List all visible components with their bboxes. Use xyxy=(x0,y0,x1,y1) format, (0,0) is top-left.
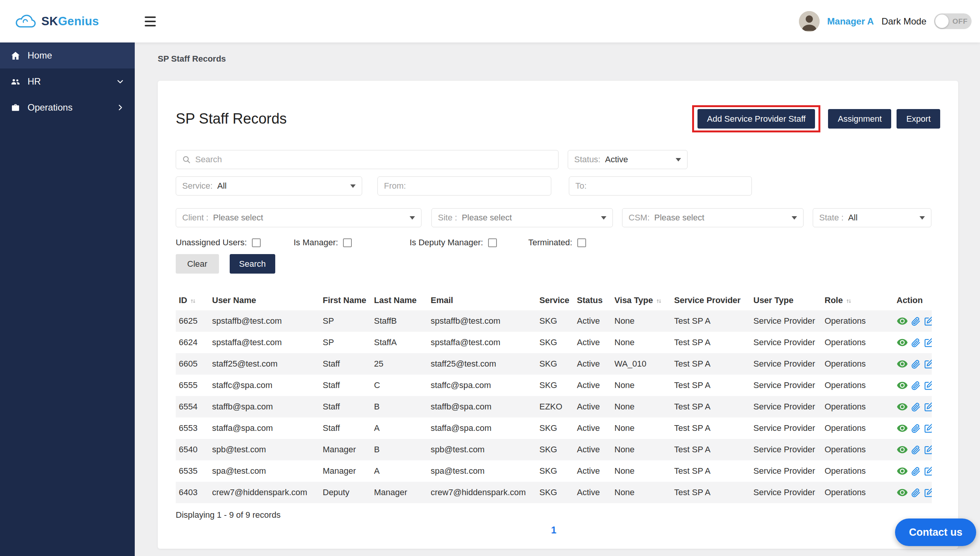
page-number[interactable]: 1 xyxy=(551,525,557,535)
terminated-label: Terminated: xyxy=(528,238,572,248)
cell-actions xyxy=(893,417,932,439)
dark-mode-toggle[interactable]: OFF xyxy=(934,13,972,29)
attachment-icon[interactable] xyxy=(911,488,921,498)
cell-id: 6554 xyxy=(176,396,209,417)
cell-first-name: Deputy xyxy=(320,482,371,503)
column-header-action: Action xyxy=(893,290,932,310)
edit-icon[interactable] xyxy=(924,423,932,434)
client-select[interactable]: Client : Please select xyxy=(176,208,421,227)
cell-service-provider: Test SP A xyxy=(671,482,750,503)
column-header-visa-type[interactable]: Visa Type xyxy=(611,290,671,310)
column-header-user-type: User Type xyxy=(750,290,822,310)
cloud-logo-icon xyxy=(15,14,37,29)
column-header-role[interactable]: Role xyxy=(822,290,893,310)
sort-arrows-icon[interactable] xyxy=(845,298,852,305)
view-icon[interactable] xyxy=(897,422,908,434)
cell-user-name: spb@test.com xyxy=(209,439,320,460)
cell-actions xyxy=(893,310,932,332)
terminated-checkbox[interactable] xyxy=(577,238,586,247)
cell-service-provider: Test SP A xyxy=(671,417,750,439)
cell-user-name: staff25@test.com xyxy=(209,353,320,375)
cell-user-name: staffb@spa.com xyxy=(209,396,320,417)
cell-last-name: StaffB xyxy=(371,310,428,332)
attachment-icon[interactable] xyxy=(911,338,921,348)
header-buttons: Add Service Provider Staff Assignment Ex… xyxy=(692,105,940,132)
column-header-user-name: User Name xyxy=(209,290,320,310)
csm-select-value: Please select xyxy=(654,213,704,223)
is-manager-checkbox[interactable] xyxy=(343,238,352,247)
sidebar-item-home[interactable]: Home xyxy=(0,42,135,68)
unassigned-users-checkbox[interactable] xyxy=(252,238,261,247)
edit-icon[interactable] xyxy=(924,488,932,498)
search-input[interactable] xyxy=(195,155,552,165)
attachment-icon[interactable] xyxy=(911,359,921,369)
cell-email: spstaffb@test.com xyxy=(428,310,536,332)
view-icon[interactable] xyxy=(897,380,908,391)
cell-actions xyxy=(893,375,932,396)
to-date-input[interactable] xyxy=(569,176,752,196)
status-select[interactable]: Status: Active xyxy=(568,150,688,169)
view-icon[interactable] xyxy=(897,465,908,477)
cell-last-name: Manager xyxy=(371,482,428,503)
cell-visa-type: None xyxy=(611,332,671,353)
edit-icon[interactable] xyxy=(924,466,932,476)
cell-role: Operations xyxy=(822,310,893,332)
edit-icon[interactable] xyxy=(924,316,932,326)
search-button[interactable]: Search xyxy=(230,254,276,274)
sidebar-item-operations[interactable]: Operations xyxy=(0,95,135,121)
cell-email: staff25@test.com xyxy=(428,353,536,375)
attachment-icon[interactable] xyxy=(911,423,921,434)
cell-status: Active xyxy=(574,439,611,460)
unassigned-users-filter: Unassigned Users: xyxy=(176,238,294,248)
from-date-input[interactable] xyxy=(377,176,551,196)
attachment-icon[interactable] xyxy=(911,445,921,455)
brand-logo[interactable]: SKGenius xyxy=(0,14,121,29)
is-deputy-manager-filter: Is Deputy Manager: xyxy=(410,238,528,248)
column-header-id[interactable]: ID xyxy=(176,290,209,310)
sidebar-item-hr[interactable]: HR xyxy=(0,68,135,95)
cell-user-name: staffa@spa.com xyxy=(209,417,320,439)
avatar[interactable] xyxy=(799,11,820,32)
state-select[interactable]: State : All xyxy=(813,208,931,227)
cell-role: Operations xyxy=(822,417,893,439)
table-row: 6625 spstaffb@test.com SP StaffB spstaff… xyxy=(176,310,932,332)
cell-service-provider: Test SP A xyxy=(671,353,750,375)
clear-button[interactable]: Clear xyxy=(176,254,219,274)
site-select[interactable]: Site : Please select xyxy=(431,208,613,227)
service-select[interactable]: Service: All xyxy=(176,176,362,196)
state-select-value: All xyxy=(848,213,858,223)
edit-icon[interactable] xyxy=(924,445,932,455)
cell-id: 6605 xyxy=(176,353,209,375)
contact-us-button[interactable]: Contact us xyxy=(895,518,976,546)
view-icon[interactable] xyxy=(897,337,908,348)
caret-down-icon xyxy=(410,216,415,220)
search-box xyxy=(176,150,559,169)
is-deputy-manager-checkbox[interactable] xyxy=(488,238,497,247)
csm-select[interactable]: CSM: Please select xyxy=(622,208,804,227)
edit-icon[interactable] xyxy=(924,402,932,412)
view-icon[interactable] xyxy=(897,487,908,498)
assignment-button[interactable]: Assignment xyxy=(828,109,891,129)
export-button[interactable]: Export xyxy=(897,109,940,129)
attachment-icon[interactable] xyxy=(911,466,921,476)
edit-icon[interactable] xyxy=(924,359,932,369)
view-icon[interactable] xyxy=(897,444,908,455)
menu-toggle-button[interactable] xyxy=(142,14,158,29)
sort-arrows-icon[interactable] xyxy=(655,298,662,305)
attachment-icon[interactable] xyxy=(911,380,921,391)
view-icon[interactable] xyxy=(897,358,908,370)
view-icon[interactable] xyxy=(897,401,908,413)
cell-visa-type: None xyxy=(611,460,671,482)
cell-id: 6540 xyxy=(176,439,209,460)
user-menu-link[interactable]: Manager A xyxy=(827,16,874,27)
attachment-icon[interactable] xyxy=(911,316,921,326)
view-icon[interactable] xyxy=(897,315,908,327)
is-manager-filter: Is Manager: xyxy=(294,238,410,248)
add-service-provider-staff-button[interactable]: Add Service Provider Staff xyxy=(697,109,815,129)
edit-icon[interactable] xyxy=(924,338,932,348)
sort-arrows-icon[interactable] xyxy=(189,298,196,305)
attachment-icon[interactable] xyxy=(911,402,921,412)
edit-icon[interactable] xyxy=(924,380,932,391)
chevron-right-icon xyxy=(116,103,125,112)
cell-last-name: C xyxy=(371,375,428,396)
